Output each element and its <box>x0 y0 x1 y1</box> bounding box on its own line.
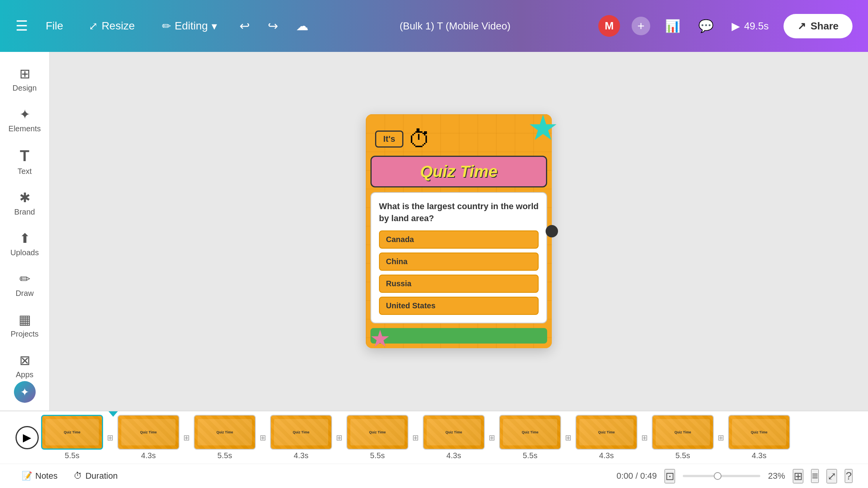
answer-china[interactable]: China <box>379 253 539 271</box>
connector-1: ⊞ <box>105 433 115 442</box>
sidebar-item-brand[interactable]: ✱ Brand <box>3 184 46 223</box>
undo-button[interactable]: ↩ <box>236 15 253 36</box>
uploads-icon: ⬆ <box>19 230 30 246</box>
chevron-down-icon: ▾ <box>212 20 217 33</box>
thumb-duration-4: 4.3s <box>294 451 308 460</box>
connector-4: ⊞ <box>334 433 344 442</box>
duration-icon: ⏱ <box>74 471 82 481</box>
thumb-duration-3: 5.5s <box>217 451 232 460</box>
connector-3: ⊞ <box>258 433 268 442</box>
editing-button[interactable]: ✏ Editing ▾ <box>154 17 225 36</box>
help-button[interactable]: ? <box>845 469 852 483</box>
slide-thumb-10[interactable]: Quiz Time 4.3s <box>728 415 790 460</box>
connector-5: ⊞ <box>411 433 420 442</box>
pencil-icon: ✏ <box>162 20 171 33</box>
slide-thumb-3[interactable]: Quiz Time 5.5s <box>194 415 256 460</box>
quiz-question: What is the largest country in the world… <box>379 201 539 225</box>
draw-icon: ✏ <box>19 271 30 287</box>
thumb-duration-7: 5.5s <box>523 451 537 460</box>
canva-assistant-button[interactable]: ✦ <box>14 381 36 403</box>
quiz-card[interactable]: ★ It's ⏱ Quiz Time What is the largest c… <box>366 114 552 349</box>
thumb-duration-10: 4.3s <box>752 451 766 460</box>
sidebar-item-apps[interactable]: ⊠ Apps <box>3 346 46 385</box>
sidebar-item-elements[interactable]: ✦ Elements <box>3 100 46 139</box>
add-collaborator-button[interactable]: + <box>632 17 650 35</box>
grid-view-button[interactable]: ⊞ <box>793 469 803 483</box>
fit-to-screen-button[interactable]: ⊡ <box>665 469 675 483</box>
answer-united-states[interactable]: United States <box>379 297 539 315</box>
apps-icon: ⊠ <box>19 352 30 368</box>
time-display: 0:00 / 0:49 <box>617 471 657 481</box>
top-bar: ☰ File ⤢ Resize ✏ Editing ▾ ↩ ↪ ☁ (Bulk … <box>0 0 868 52</box>
comments-button[interactable]: 💬 <box>695 15 717 36</box>
redo-button[interactable]: ↪ <box>265 15 281 36</box>
design-icon: ⊞ <box>19 66 30 81</box>
document-title: (Bulk 1) T (Mobile Video) <box>400 20 510 32</box>
slide-thumb-4[interactable]: Quiz Time 4.3s <box>270 415 332 460</box>
file-button[interactable]: File <box>40 17 69 35</box>
analytics-button[interactable]: 📊 <box>662 15 684 36</box>
connector-7: ⊞ <box>563 433 573 442</box>
answer-russia[interactable]: Russia <box>379 275 539 293</box>
slide-thumb-8[interactable]: Quiz Time 4.3s <box>575 415 637 460</box>
sidebar-item-projects[interactable]: ▦ Projects <box>3 306 46 345</box>
play-icon: ▶ <box>732 20 740 33</box>
timeline-marker <box>108 411 118 417</box>
connector-6: ⊞ <box>487 433 497 442</box>
fullscreen-button[interactable]: ⤢ <box>827 469 837 483</box>
resize-icon: ⤢ <box>89 20 98 33</box>
clock-icon: ⏱ <box>408 126 431 153</box>
user-avatar[interactable]: M <box>598 15 620 37</box>
slide-thumb-1[interactable]: Quiz Time 5.5s <box>41 415 103 460</box>
slide-thumb-7[interactable]: Quiz Time 5.5s <box>499 415 561 460</box>
thumb-duration-5: 5.5s <box>370 451 385 460</box>
quiz-content-box: What is the largest country in the world… <box>370 192 547 324</box>
connector-9: ⊞ <box>716 433 726 442</box>
zoom-percentage: 23% <box>768 471 785 481</box>
share-icon: ↗ <box>797 20 806 32</box>
cloud-button[interactable]: ☁ <box>293 15 312 36</box>
thumb-duration-9: 5.5s <box>675 451 690 460</box>
selection-handle[interactable] <box>546 225 558 237</box>
sidebar-item-design[interactable]: ⊞ Design <box>3 60 46 99</box>
text-icon: T <box>20 147 29 165</box>
duration-button[interactable]: ⏱ Duration <box>67 468 124 484</box>
slide-thumb-9[interactable]: Quiz Time 5.5s <box>652 415 714 460</box>
thumb-duration-1: 5.5s <box>65 451 79 460</box>
connector-8: ⊞ <box>640 433 649 442</box>
play-button[interactable]: ▶ <box>16 426 39 449</box>
teal-star-decoration: ★ <box>527 107 559 148</box>
sidebar: ⊞ Design ✦ Elements T Text ✱ Brand ⬆ Upl… <box>0 52 50 411</box>
thumb-duration-8: 4.3s <box>599 451 614 460</box>
slide-thumb-6[interactable]: Quiz Time 4.3s <box>423 415 485 460</box>
zoom-slider[interactable] <box>683 475 760 477</box>
timeline-strip[interactable]: ▶ Quiz Time 5.5s ⊞ Quiz Time 4.3s ⊞ Quiz… <box>0 411 868 464</box>
play-top-button[interactable]: ▶ 49.5s <box>728 17 772 36</box>
canvas-area[interactable]: ★ It's ⏱ Quiz Time What is the largest c… <box>50 52 868 411</box>
projects-icon: ▦ <box>19 312 31 327</box>
menu-button[interactable]: ☰ <box>16 18 28 34</box>
slide-thumb-2[interactable]: Quiz Time 4.3s <box>117 415 179 460</box>
thumb-duration-6: 4.3s <box>446 451 461 460</box>
list-view-button[interactable]: ≡ <box>811 469 819 483</box>
notes-icon: 📝 <box>22 471 32 481</box>
resize-button[interactable]: ⤢ Resize <box>81 17 143 36</box>
its-badge: It's <box>375 131 403 148</box>
timeline-bottom-controls: 📝 Notes ⏱ Duration 0:00 / 0:49 ⊡ 23% ⊞ ≡… <box>0 464 868 488</box>
pink-star-decoration: ★ <box>370 325 391 352</box>
thumb-duration-2: 4.3s <box>141 451 156 460</box>
slide-thumb-5[interactable]: Quiz Time 5.5s <box>346 415 408 460</box>
share-button[interactable]: ↗ Share <box>784 14 852 38</box>
elements-icon: ✦ <box>19 107 30 122</box>
green-bar <box>370 328 547 344</box>
sidebar-item-text[interactable]: T Text <box>3 141 46 182</box>
sidebar-item-uploads[interactable]: ⬆ Uploads <box>3 224 46 263</box>
brand-icon: ✱ <box>19 190 30 205</box>
quiz-time-banner: Quiz Time <box>370 156 547 187</box>
connector-2: ⊞ <box>182 433 191 442</box>
timeline: ▶ Quiz Time 5.5s ⊞ Quiz Time 4.3s ⊞ Quiz… <box>0 411 868 488</box>
notes-button[interactable]: 📝 Notes <box>16 468 64 484</box>
answer-canada[interactable]: Canada <box>379 230 539 249</box>
sidebar-item-draw[interactable]: ✏ Draw <box>3 265 46 304</box>
